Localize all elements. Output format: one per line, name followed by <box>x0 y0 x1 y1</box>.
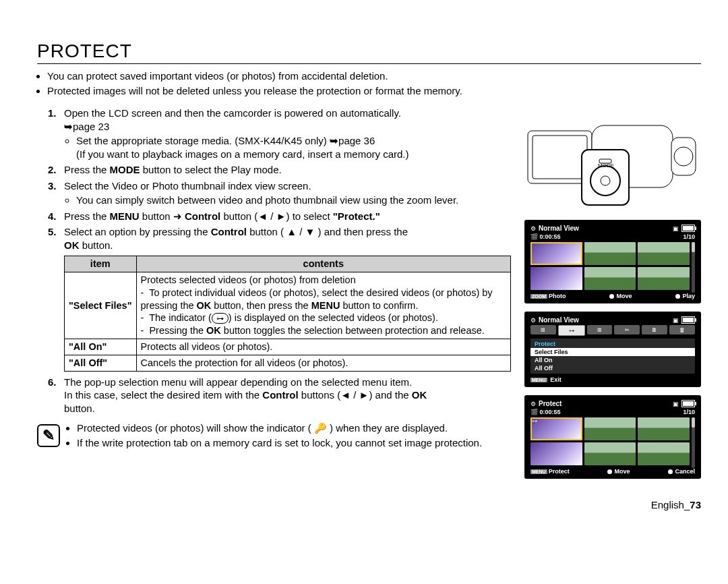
desc-text: button to confirm. <box>340 300 418 311</box>
step-text: button <box>140 210 173 222</box>
step-1: Open the LCD screen and then the camcord… <box>64 107 511 160</box>
intro-list: You can protect saved important videos (… <box>47 69 701 97</box>
options-table: item contents "Select Files" Protects se… <box>64 256 511 372</box>
step-text: Select the Video or Photo thumbnail inde… <box>64 180 311 192</box>
lcd-screenshot-thumbnails: ⚙ Normal View ▣ 🎬 0:00:55 1/10 <box>524 220 701 303</box>
step-text: button. <box>80 239 113 251</box>
table-row: "All On" Protects all videos (or photos)… <box>65 339 511 355</box>
thumbnail <box>638 242 690 265</box>
item-desc: Cancels the protection for all videos (o… <box>136 355 510 371</box>
arrow-right-icon <box>173 210 182 222</box>
step-2: Press the MODE button to select the Play… <box>64 163 511 177</box>
card-icon: ▣ <box>673 225 679 232</box>
step-text: ) and then press the <box>315 226 408 237</box>
reference-arrow-icon <box>330 135 338 146</box>
step-text: button ( <box>247 226 286 237</box>
note-item: Protected videos (or photos) will show t… <box>77 421 482 435</box>
ok-label: OK <box>64 239 80 251</box>
thumbnail <box>638 267 690 290</box>
thumbnail <box>530 267 582 290</box>
steps-list: Open the LCD screen and then the camcord… <box>37 107 511 415</box>
intro-item: You can protect saved important videos (… <box>47 69 701 83</box>
step-text: button. <box>64 403 95 414</box>
desc-text: ) is displayed on the selected videos (o… <box>229 312 438 323</box>
menu-item-selected: Select Files <box>530 348 695 356</box>
desc-text: Protects selected videos (or photos) fro… <box>141 274 356 285</box>
foot-protect: Protect <box>549 468 570 475</box>
step-text: ) and the <box>369 389 411 401</box>
thumbnail <box>638 442 690 465</box>
desc-text: button toggles the selection between pro… <box>221 325 485 336</box>
tab: 🗑 <box>669 325 695 334</box>
arrow-left-icon <box>340 389 351 401</box>
step-text: button ( <box>220 210 257 222</box>
menu-badge: MENU <box>530 378 547 382</box>
foot-move: Move <box>616 293 632 299</box>
ok-label: OK <box>206 325 221 336</box>
ok-label: OK <box>412 389 427 401</box>
foot-photo: Photo <box>549 293 566 299</box>
play-icon <box>675 294 680 299</box>
step-text: buttons ( <box>299 389 341 401</box>
arrow-up-icon <box>286 226 297 237</box>
lcd-screenshot-protect: ⚙ Protect ▣ 🎬 0:00:55 1/10 ⊶ <box>524 395 701 479</box>
thumbnail <box>638 417 690 440</box>
foot-cancel: Cancel <box>675 468 695 475</box>
tab: 🗎 <box>642 325 667 334</box>
note-icon: ✎ <box>37 424 60 447</box>
menu-list: Protect Select Files All On All Off <box>530 339 695 374</box>
foot-play: Play <box>682 293 695 299</box>
control-label: Control <box>182 210 221 222</box>
step-text: Press the <box>64 164 110 175</box>
move-icon <box>607 469 612 474</box>
tab-row: ⊞ ⊶ ⊞ ✂ 🗎 🗑 <box>530 325 695 336</box>
scrollbar <box>692 242 695 293</box>
mode-label: MODE <box>110 164 140 175</box>
thumbnail <box>530 242 582 265</box>
gear-icon: ⚙ <box>530 401 536 407</box>
desc-text: button, then press the <box>211 300 311 311</box>
step-text: In this case, select the desired item wi… <box>64 389 262 401</box>
thumbnail <box>584 267 636 290</box>
item-select-files: "Select Files" <box>65 272 137 339</box>
desc-text: Pressing the <box>149 325 206 336</box>
item-all-off: "All Off" <box>65 355 137 371</box>
video-icon: 🎬 <box>530 409 538 415</box>
video-icon: 🎬 <box>530 233 538 240</box>
tab-selected: ⊶ <box>558 325 585 336</box>
menu-label: MENU <box>110 210 140 222</box>
step-text: (If you want to playback images on a mem… <box>76 148 409 160</box>
card-icon: ▣ <box>673 401 679 407</box>
step-5: Select an option by pressing the Control… <box>64 225 511 372</box>
main-content: Open the LCD screen and then the camcord… <box>37 107 511 487</box>
arrow-right-icon <box>359 389 369 401</box>
menu-item: All On <box>530 356 695 364</box>
arrow-right-icon <box>276 210 286 222</box>
arrow-left-icon <box>257 210 268 222</box>
page-title: PROTECT <box>37 40 701 64</box>
reference-arrow-icon <box>64 121 73 132</box>
note-list: Protected videos (or photos) will show t… <box>77 421 482 450</box>
step-text: The pop-up selection menu will appear de… <box>64 376 412 388</box>
thumbnail <box>584 242 636 265</box>
svg-point-4 <box>674 147 693 166</box>
svg-point-7 <box>601 176 610 185</box>
key-indicator-icon: ⊶ <box>212 313 229 324</box>
lcd-screenshot-menu: ⚙ Normal View ▣ ⊞ ⊶ ⊞ ✂ 🗎 🗑 Protect Sele… <box>524 312 701 387</box>
thumbnail <box>530 442 582 465</box>
step-text: Press the <box>64 210 110 222</box>
step-text: Open the LCD screen and then the camcord… <box>64 107 401 119</box>
move-icon <box>609 294 614 299</box>
battery-icon <box>681 316 695 324</box>
step-text: Select an option by pressing the <box>64 226 211 237</box>
screen-count: 1/10 <box>683 409 695 415</box>
tab: ⊞ <box>587 325 613 334</box>
table-header-contents: contents <box>136 256 510 272</box>
control-label: Control <box>262 389 298 401</box>
card-icon: ▣ <box>673 317 679 324</box>
screen-count: 1/10 <box>683 233 695 240</box>
item-desc: Protects all videos (or photos). <box>136 339 510 355</box>
table-row: "All Off" Cancels the protection for all… <box>65 355 511 371</box>
svg-rect-1 <box>533 136 587 179</box>
step-3: Select the Video or Photo thumbnail inde… <box>64 179 511 207</box>
